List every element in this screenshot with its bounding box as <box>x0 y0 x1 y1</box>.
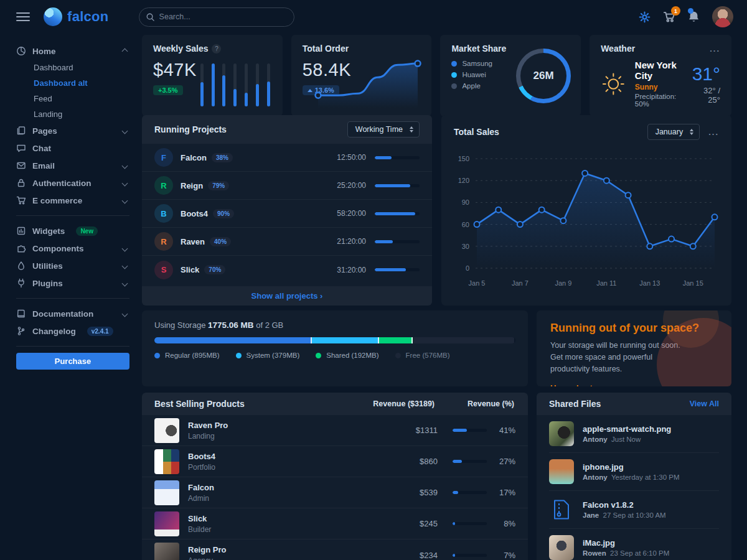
main-content: Weekly Sales ? $47K +3.5% Total Order 58… <box>142 34 731 560</box>
total-sales-card: Total Sales January ... 0306090120150 Ja… <box>441 115 731 306</box>
product-revenue: $245 <box>382 519 438 528</box>
legend-dot <box>316 353 321 358</box>
sidebar-item-components[interactable]: Components <box>16 240 129 257</box>
project-row-slick[interactable]: S Slick 70% 31:20:00 <box>142 256 432 284</box>
sidebar-item-dashboard-alt[interactable]: Dashboard alt <box>16 75 129 91</box>
file-user: Antony <box>583 436 608 443</box>
sidebar-item-chat[interactable]: Chat <box>16 139 129 157</box>
file-row-imac[interactable]: iMac.jpg Rowen 23 Sep at 6:10 PM <box>537 529 731 560</box>
file-row-iphone[interactable]: iphone.jpg Antony Yesterday at 1:30 PM <box>537 453 731 490</box>
sidebar-item-dashboard[interactable]: Dashboard <box>16 60 129 75</box>
product-name[interactable]: Slick <box>188 514 211 523</box>
sidebar-item-landing[interactable]: Landing <box>16 106 129 122</box>
card-menu-button[interactable]: ... <box>710 44 720 54</box>
project-row-reign[interactable]: R Reign 79% 25:20:00 <box>142 172 432 200</box>
svg-text:Jan 11: Jan 11 <box>596 279 616 287</box>
project-progress-badge: 79% <box>208 181 229 190</box>
product-revenue-pct: 27% <box>487 457 515 466</box>
sidebar-item-home[interactable]: Home <box>16 42 129 60</box>
chevron-down-icon <box>122 180 128 186</box>
purchase-button[interactable]: Purchase <box>16 353 129 370</box>
brand-logo[interactable]: falcon <box>44 7 109 26</box>
file-row-falcon-zip[interactable]: Falcon v1.8.2 Jane 27 Sep at 10:30 AM <box>537 491 731 528</box>
space-heading: Running out of your space? <box>550 322 718 335</box>
file-name[interactable]: apple-smart-watch.png <box>583 424 671 434</box>
weekly-sales-badge: +3.5% <box>153 85 183 95</box>
best-selling-header: Best Selling Products Revenue ($3189) Re… <box>142 393 528 415</box>
product-thumbnail <box>154 543 179 560</box>
project-progress-bar <box>375 212 420 215</box>
project-row-raven[interactable]: R Raven 40% 21:20:00 <box>142 228 432 256</box>
product-name[interactable]: Falcon <box>188 483 214 492</box>
legend-label: Free (576MB) <box>406 352 450 359</box>
view-all-link[interactable]: View All <box>690 399 719 408</box>
project-time: 25:20:00 <box>337 181 366 190</box>
cart-button[interactable]: 1 <box>663 11 675 23</box>
zip-file-icon <box>553 500 570 520</box>
file-name[interactable]: iMac.jpg <box>583 538 669 548</box>
product-name[interactable]: Raven Pro <box>188 421 228 430</box>
project-time: 58:20:00 <box>337 209 366 218</box>
sidebar-item-pages[interactable]: Pages <box>16 122 129 139</box>
product-name[interactable]: Reign Pro <box>188 545 226 554</box>
search-input[interactable] <box>139 7 294 27</box>
sidebar-item-plugins[interactable]: Plugins <box>16 274 129 292</box>
sidebar-item-ecommerce[interactable]: E commerce <box>16 192 129 209</box>
project-row-falcon[interactable]: F Falcon 38% 12:50:00 <box>142 144 432 172</box>
svg-text:Jan 15: Jan 15 <box>683 279 703 287</box>
product-progress-bar <box>453 491 487 494</box>
product-revenue-pct: 41% <box>487 426 515 435</box>
card-title: Total Sales <box>454 127 499 137</box>
working-time-select[interactable]: Working Time <box>347 121 420 138</box>
product-revenue: $860 <box>382 457 438 466</box>
sidebar-item-widgets[interactable]: Widgets New <box>16 222 129 240</box>
svg-text:Jan 13: Jan 13 <box>639 279 660 287</box>
sidebar-item-feed[interactable]: Feed <box>16 91 129 106</box>
legend-dot <box>451 61 457 67</box>
file-row-apple-smart-watch[interactable]: apple-smart-watch.png Antony Just Now <box>537 415 731 452</box>
file-name[interactable]: Falcon v1.8.2 <box>583 500 666 510</box>
card-menu-button[interactable]: ... <box>708 128 719 137</box>
product-name[interactable]: Boots4 <box>188 452 215 461</box>
month-select[interactable]: January <box>647 124 700 140</box>
sidebar-label: Authentication <box>32 179 92 188</box>
product-category: Landing <box>188 432 228 441</box>
market-share-donut-chart: 26M <box>516 49 571 103</box>
chevron-down-icon <box>122 197 128 203</box>
storage-legend: Regular (895MB) System (379MB) Shared (1… <box>154 352 515 359</box>
sidebar-label: Pages <box>32 126 57 136</box>
sun-icon <box>601 68 626 100</box>
notification-dot <box>688 8 693 14</box>
file-time: 23 Sep at 6:10 PM <box>610 549 669 557</box>
help-icon[interactable]: ? <box>212 44 221 54</box>
hamburger-menu-icon[interactable] <box>16 10 30 24</box>
legend-label: Regular (895MB) <box>165 352 220 359</box>
legend-dot <box>154 353 160 358</box>
weather-temps: 31° 32° / 25° <box>692 63 720 105</box>
user-avatar[interactable] <box>712 6 733 27</box>
sidebar-item-utilities[interactable]: Utilities <box>16 257 129 274</box>
show-all-projects-link[interactable]: Show all projects › <box>251 291 323 301</box>
settings-button[interactable] <box>639 11 651 23</box>
svg-text:60: 60 <box>462 221 469 228</box>
notifications-button[interactable] <box>688 11 700 23</box>
project-name: Raven <box>181 237 205 246</box>
sidebar-item-documentation[interactable]: Documentation <box>16 305 129 322</box>
upgrade-storage-link[interactable]: Upgrade storage › <box>550 383 619 386</box>
sort-arrows-icon <box>690 129 693 135</box>
sidebar-item-authentication[interactable]: Authentication <box>16 174 129 192</box>
running-projects-card: Running Projects Working Time F Falcon 3… <box>142 115 432 306</box>
sidebar-item-email[interactable]: Email <box>16 157 129 174</box>
project-row-boots4[interactable]: B Boots4 90% 58:20:00 <box>142 200 432 228</box>
legend-item-shared: Shared (192MB) <box>316 352 378 359</box>
project-name: Falcon <box>181 153 207 162</box>
legend-label: Apple <box>462 82 480 90</box>
file-user: Rowen <box>583 549 606 557</box>
storage-used-value: 1775.06 MB <box>208 320 254 330</box>
legend-dot <box>236 353 242 358</box>
file-name[interactable]: iphone.jpg <box>583 462 680 472</box>
project-progress-bar <box>375 268 420 271</box>
file-time: Just Now <box>611 436 641 443</box>
sidebar-item-changelog[interactable]: Changelog v2.4.1 <box>16 322 129 340</box>
book-icon <box>16 309 26 319</box>
